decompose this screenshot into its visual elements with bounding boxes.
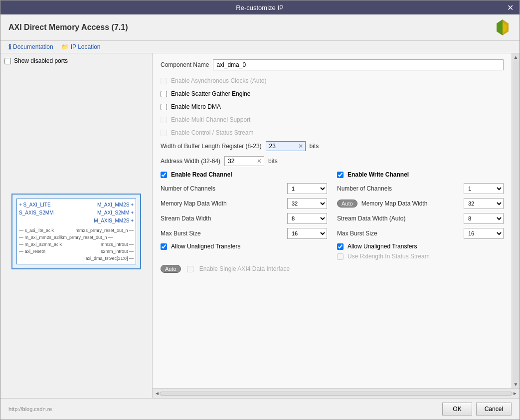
address-width-clear[interactable]: ✕ xyxy=(255,158,264,165)
close-button[interactable]: ✕ xyxy=(505,3,516,12)
async-clocks-label: Enable Asynchronous Clocks (Auto) xyxy=(171,77,266,84)
write-channel-col: Enable Write Channel Number of Channels … xyxy=(337,171,504,260)
signal-row-4: — axi_resetn s2mm_introut — xyxy=(19,248,134,255)
read-mm-width-label: Memory Map Data Width xyxy=(161,200,283,207)
read-mm-width-select[interactable]: 3264128 xyxy=(287,198,327,209)
port-m-axi-mm2s: M_AXI_MM2S + xyxy=(97,201,134,209)
read-allow-unaligned-checkbox[interactable] xyxy=(161,243,167,250)
read-stream-width-select[interactable]: 81632 xyxy=(287,213,327,224)
main-window: Re-customize IP ✕ AXI Direct Memory Acce… xyxy=(0,0,520,420)
folder-icon: 📁 xyxy=(61,43,69,50)
component-name-input[interactable] xyxy=(213,59,504,70)
svg-marker-1 xyxy=(497,19,503,35)
show-disabled-checkbox[interactable] xyxy=(4,58,11,64)
micro-dma-label: Enable Micro DMA xyxy=(171,103,221,110)
horizontal-scrollbar[interactable]: ◄ ► xyxy=(153,388,520,398)
write-num-channels-select[interactable]: 124 xyxy=(464,183,504,194)
signal-3-left: — m_axi_s2mm_aclk xyxy=(19,241,62,248)
signal-2: — m_axi_mm2s_a2llkm_prmry_reset_out_n — xyxy=(19,234,113,241)
scatter-gather-row: Enable Scatter Gather Engine xyxy=(161,89,504,98)
scatter-gather-checkbox[interactable] xyxy=(161,91,167,97)
signal-4-right: s2mm_introut — xyxy=(101,248,134,255)
footer-url: http://blog.csdn.re xyxy=(8,406,438,412)
multi-channel-row: Enable Multi Channel Support xyxy=(161,115,504,124)
signal-1-right: mm2s_prmry_reset_out_n — xyxy=(75,227,134,234)
write-mm-width-select[interactable]: 3264128 xyxy=(464,198,504,209)
config-scroll-wrapper: Component Name Enable Asynchronous Clock… xyxy=(153,53,520,388)
async-clocks-row: Enable Asynchronous Clocks (Auto) xyxy=(161,76,504,85)
window-title: Re-customize IP xyxy=(14,4,505,11)
scatter-gather-label: Enable Scatter Gather Engine xyxy=(171,90,250,97)
read-allow-unaligned-row: Allow Unaligned Transfers xyxy=(161,243,327,250)
write-channel-checkbox[interactable] xyxy=(337,172,344,178)
scroll-down-arrow[interactable]: ▼ xyxy=(513,381,520,388)
read-num-channels-label: Number of Channels xyxy=(161,185,283,192)
control-status-label: Enable Control / Status Stream xyxy=(171,129,253,136)
use-rxlength-row: Use Rxlength In Status Stream xyxy=(337,253,504,260)
buffer-length-clear[interactable]: ✕ xyxy=(296,143,305,150)
read-channel-col: Enable Read Channel Number of Channels 1… xyxy=(161,171,327,260)
write-stream-width-select[interactable]: 81632 xyxy=(464,213,504,224)
address-width-unit: bits xyxy=(268,158,278,165)
use-rxlength-label: Use Rxlength In Status Stream xyxy=(347,253,430,260)
read-burst-size-select[interactable]: 163264 xyxy=(287,228,327,239)
write-burst-size-select[interactable]: 163264 xyxy=(464,228,504,239)
info-icon: ℹ xyxy=(8,43,11,51)
ip-location-label: IP Location xyxy=(71,43,101,50)
ok-button[interactable]: OK xyxy=(442,403,472,416)
signal-4-left: — axi_resetn xyxy=(19,248,45,255)
write-burst-size-label: Max Burst Size xyxy=(337,230,460,237)
read-stream-width-label: Stream Data Width xyxy=(161,215,283,222)
left-panel: Show disabled ports + S_AXI_LITE M_AXI_M… xyxy=(0,53,153,398)
documentation-link[interactable]: ℹ Documentation xyxy=(8,43,53,51)
scroll-right-arrow[interactable]: ► xyxy=(513,391,518,396)
address-width-input[interactable] xyxy=(225,157,255,166)
scroll-left-arrow[interactable]: ◄ xyxy=(155,391,160,396)
scroll-up-arrow[interactable]: ▲ xyxy=(513,53,520,61)
write-burst-size-row: Max Burst Size 163264 xyxy=(337,228,504,239)
address-width-label: Address Width (32-64) xyxy=(161,158,220,165)
bottom-auto-toggle[interactable]: Auto xyxy=(161,265,181,273)
title-bar: Re-customize IP ✕ xyxy=(0,0,520,14)
write-allow-unaligned-checkbox[interactable] xyxy=(337,243,344,250)
write-allow-unaligned-row: Allow Unaligned Transfers xyxy=(337,243,504,250)
micro-dma-row: Enable Micro DMA xyxy=(161,102,504,111)
cancel-button[interactable]: Cancel xyxy=(476,403,512,416)
vertical-scrollbar[interactable]: ▲ ▼ xyxy=(512,53,520,388)
component-name-label: Component Name xyxy=(161,61,209,68)
write-num-channels-label: Number of Channels xyxy=(337,185,460,192)
nav-bar: ℹ Documentation 📁 IP Location xyxy=(0,41,520,53)
write-auto-toggle[interactable]: Auto xyxy=(337,200,357,208)
read-channel-checkbox[interactable] xyxy=(161,172,167,178)
write-allow-unaligned-label: Allow Unaligned Transfers xyxy=(347,243,417,250)
read-burst-size-label: Max Burst Size xyxy=(161,230,283,237)
write-stream-width-row: Stream Data Width (Auto) 81632 xyxy=(337,213,504,224)
signal-row-2: — m_axi_mm2s_a2llkm_prmry_reset_out_n — xyxy=(19,234,134,241)
write-channel-header: Enable Write Channel xyxy=(337,171,504,178)
multi-channel-label: Enable Multi Channel Support xyxy=(171,116,250,123)
port-m-axi-s2mm: M_AXI_S2MM + xyxy=(97,209,134,217)
component-name-row: Component Name xyxy=(161,59,504,70)
multi-channel-checkbox xyxy=(161,117,167,123)
buffer-length-input[interactable] xyxy=(266,142,296,151)
read-num-channels-select[interactable]: 124 xyxy=(287,183,327,194)
write-mm-width-label: Memory Map Data Width xyxy=(361,200,460,207)
write-mm-width-row: Auto Memory Map Data Width 3264128 xyxy=(337,198,504,209)
config-area[interactable]: Component Name Enable Asynchronous Clock… xyxy=(153,53,512,388)
comp-row-1: + S_AXI_LITE M_AXI_MM2S + xyxy=(19,201,134,209)
show-disabled-row: Show disabled ports xyxy=(4,57,148,64)
address-width-row: Address Width (32-64) ✕ bits xyxy=(161,156,504,166)
header: AXI Direct Memory Access (7.1) xyxy=(0,14,520,41)
read-stream-width-row: Stream Data Width 81632 xyxy=(161,213,327,224)
micro-dma-checkbox[interactable] xyxy=(161,104,167,110)
diagram-area: + S_AXI_LITE M_AXI_MM2S + S_AXIS_S2MM M_… xyxy=(4,68,148,394)
footer: http://blog.csdn.re OK Cancel xyxy=(0,398,520,420)
signal-1-left: — s_axi_lite_aclk xyxy=(19,227,54,234)
control-status-checkbox xyxy=(161,130,167,136)
read-allow-unaligned-label: Allow Unaligned Transfers xyxy=(171,243,240,250)
documentation-label: Documentation xyxy=(13,43,53,50)
async-clocks-checkbox xyxy=(161,78,167,84)
signal-row-3: — m_axi_s2mm_aclk mm2s_introut — xyxy=(19,241,134,248)
right-panel: Component Name Enable Asynchronous Clock… xyxy=(153,53,520,398)
ip-location-link[interactable]: 📁 IP Location xyxy=(61,43,101,50)
